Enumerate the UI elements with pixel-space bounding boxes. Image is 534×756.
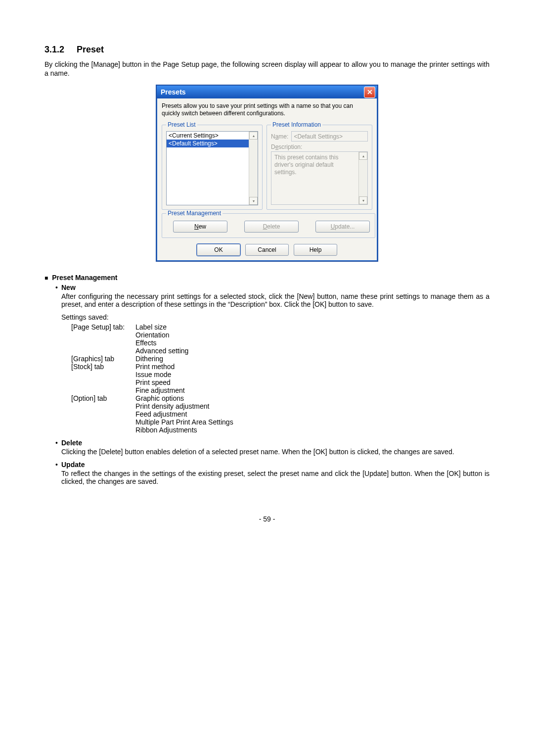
close-icon: ✕ bbox=[367, 89, 373, 95]
update-heading: Update bbox=[61, 461, 85, 469]
settings-tab-label: [Option] tab bbox=[71, 394, 135, 402]
settings-row: [Stock] tabPrint method bbox=[71, 363, 490, 371]
scroll-up-icon[interactable]: ▴ bbox=[359, 152, 367, 160]
settings-tab-label bbox=[71, 347, 135, 355]
settings-tab-label: [Stock] tab bbox=[71, 363, 135, 371]
preset-list-legend: Preset List bbox=[166, 121, 197, 128]
description-scrollbar[interactable]: ▴ ▾ bbox=[358, 152, 367, 204]
settings-row: Orientation bbox=[71, 331, 490, 339]
settings-row: Ribbon Adjustments bbox=[71, 426, 490, 434]
settings-item: Print method bbox=[135, 363, 490, 371]
settings-row: [Option] tabGraphic options bbox=[71, 394, 490, 402]
update-button[interactable]: Update... bbox=[315, 221, 370, 233]
new-body: After configuring the necessary print se… bbox=[61, 292, 490, 308]
description-box: This preset contains this driver's origi… bbox=[271, 151, 368, 205]
settings-item: Print speed bbox=[135, 378, 490, 386]
listbox-scrollbar[interactable]: ▴ ▾ bbox=[249, 132, 258, 205]
settings-row: [Page Setup] tab:Label size bbox=[71, 323, 490, 331]
settings-saved-table: [Page Setup] tab:Label sizeOrientationEf… bbox=[71, 323, 490, 434]
preset-list-group: Preset List <Current Settings> <Default … bbox=[162, 121, 263, 210]
settings-tab-label bbox=[71, 426, 135, 434]
settings-item: Ribbon Adjustments bbox=[135, 426, 490, 434]
settings-item: Issue mode bbox=[135, 371, 490, 378]
intro-text: By clicking the [Manage] button in the P… bbox=[44, 60, 490, 78]
section-number: 3.1.2 bbox=[44, 45, 64, 54]
name-value: <Default Settings> bbox=[294, 133, 343, 140]
preset-listbox[interactable]: <Current Settings> <Default Settings> ▴ … bbox=[166, 131, 258, 205]
delete-button[interactable]: Delete bbox=[244, 221, 299, 233]
close-button[interactable]: ✕ bbox=[364, 87, 375, 98]
settings-tab-label bbox=[71, 339, 135, 347]
preset-info-group: Preset Information Name: <Default Settin… bbox=[267, 121, 372, 210]
scroll-down-icon[interactable]: ▾ bbox=[249, 197, 258, 205]
dialog-titlebar[interactable]: Presets ✕ bbox=[157, 86, 377, 98]
settings-tab-label: [Page Setup] tab: bbox=[71, 323, 135, 331]
presets-dialog: Presets ✕ Presets allow you to save your… bbox=[156, 85, 378, 262]
settings-row: Advanced setting bbox=[71, 347, 490, 355]
settings-tab-label bbox=[71, 402, 135, 410]
settings-row: Feed adjustment bbox=[71, 410, 490, 418]
settings-item: Print density adjustment bbox=[135, 402, 490, 410]
delete-body: Clicking the [Delete] button enables del… bbox=[61, 448, 490, 456]
settings-item: Orientation bbox=[135, 331, 490, 339]
settings-tab-label bbox=[71, 418, 135, 426]
preset-management-group: Preset Management New Delete Update... bbox=[162, 210, 375, 238]
section-heading: 3.1.2 Preset bbox=[44, 45, 490, 55]
settings-row: Print speed bbox=[71, 378, 490, 386]
settings-tab-label bbox=[71, 378, 135, 386]
settings-tab-label: [Graphics] tab bbox=[71, 355, 135, 363]
settings-item: Dithering bbox=[135, 355, 490, 363]
update-body: To reflect the changes in the settings o… bbox=[61, 470, 490, 485]
dialog-subtitle: Presets allow you to save your print set… bbox=[162, 102, 372, 117]
scroll-up-icon[interactable]: ▴ bbox=[249, 132, 258, 140]
page-number: - 59 - bbox=[44, 515, 490, 523]
settings-item: Fine adjustment bbox=[135, 386, 490, 394]
settings-row: Issue mode bbox=[71, 371, 490, 378]
description-value: This preset contains this driver's origi… bbox=[271, 152, 358, 204]
settings-tab-label bbox=[71, 410, 135, 418]
settings-item: Graphic options bbox=[135, 394, 490, 402]
settings-row: Print density adjustment bbox=[71, 402, 490, 410]
preset-info-legend: Preset Information bbox=[271, 121, 322, 128]
settings-item: Feed adjustment bbox=[135, 410, 490, 418]
cancel-button[interactable]: Cancel bbox=[245, 244, 289, 256]
settings-row: Effects bbox=[71, 339, 490, 347]
dialog-title: Presets bbox=[161, 88, 186, 96]
delete-heading: Delete bbox=[61, 439, 82, 447]
help-button[interactable]: Help bbox=[294, 244, 337, 256]
ok-button[interactable]: OK bbox=[197, 244, 240, 256]
description-label: Description: bbox=[271, 143, 368, 150]
settings-row: [Graphics] tabDithering bbox=[71, 355, 490, 363]
name-label: Name: bbox=[271, 133, 288, 140]
preset-management-heading: Preset Management bbox=[44, 274, 490, 282]
settings-item: Effects bbox=[135, 339, 490, 347]
settings-tab-label bbox=[71, 331, 135, 339]
settings-tab-label bbox=[71, 386, 135, 394]
settings-row: Fine adjustment bbox=[71, 386, 490, 394]
settings-saved-label: Settings saved: bbox=[61, 313, 490, 321]
section-title: Preset bbox=[77, 45, 104, 54]
new-heading: New bbox=[61, 284, 76, 291]
settings-item: Advanced setting bbox=[135, 347, 490, 355]
scroll-down-icon[interactable]: ▾ bbox=[359, 196, 367, 204]
list-item[interactable]: <Default Settings> bbox=[167, 140, 249, 147]
new-button[interactable]: New bbox=[173, 221, 227, 233]
list-item[interactable]: <Current Settings> bbox=[167, 132, 249, 140]
settings-row: Multiple Part Print Area Settings bbox=[71, 418, 490, 426]
settings-item: Label size bbox=[135, 323, 490, 331]
settings-tab-label bbox=[71, 371, 135, 378]
settings-item: Multiple Part Print Area Settings bbox=[135, 418, 490, 426]
name-input: <Default Settings> bbox=[291, 131, 368, 142]
preset-management-legend: Preset Management bbox=[166, 210, 222, 217]
